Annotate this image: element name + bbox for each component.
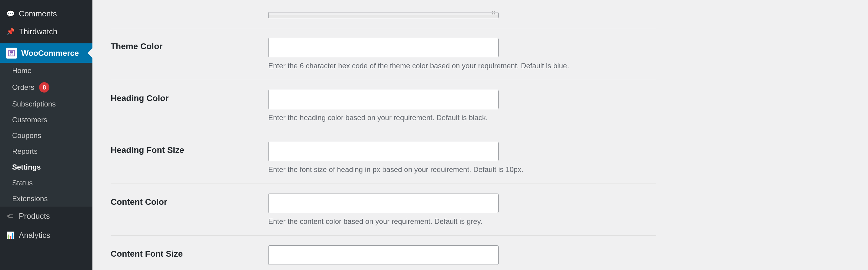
customers-label: Customers	[12, 116, 47, 124]
sidebar-item-home[interactable]: Home	[0, 63, 92, 79]
sidebar-item-status[interactable]: Status	[0, 175, 92, 191]
analytics-label: Analytics	[19, 231, 50, 240]
home-label: Home	[12, 66, 32, 75]
sidebar-top-section: 💬 Comments 📌 Thirdwatch	[0, 0, 92, 43]
heading-font-size-description: Enter the font size of heading in px bas…	[268, 165, 656, 174]
sidebar-item-coupons[interactable]: Coupons	[0, 128, 92, 144]
form-row-content-font-size: Content Font Size Enter the font size of…	[111, 236, 656, 270]
heading-font-size-input[interactable]	[268, 142, 499, 161]
theme-color-input-col: Enter the 6 character hex code of the th…	[268, 38, 656, 70]
products-icon: 🏷	[6, 212, 14, 220]
form-row-theme-color: Theme Color Enter the 6 character hex co…	[111, 28, 656, 80]
content-color-label: Content Color	[111, 197, 167, 207]
theme-color-description: Enter the 6 character hex code of the th…	[268, 62, 656, 70]
theme-color-label: Theme Color	[111, 41, 162, 51]
top-partial-row: ⠿	[111, 6, 656, 28]
content-font-size-label: Content Font Size	[111, 249, 183, 259]
woocommerce-label: WooCommerce	[21, 49, 79, 58]
orders-badge: 8	[39, 82, 50, 92]
content-font-size-input[interactable]	[268, 245, 499, 265]
sidebar: 💬 Comments 📌 Thirdwatch WooCommerce Home…	[0, 0, 92, 270]
main-content: ⠿ Theme Color Enter the 6 character hex …	[92, 0, 868, 270]
sidebar-item-customers[interactable]: Customers	[0, 112, 92, 128]
settings-label: Settings	[12, 163, 41, 171]
top-input-wrapper: ⠿	[268, 12, 499, 18]
content-color-input-col: Enter the content color based on your re…	[268, 193, 656, 226]
heading-color-description: Enter the heading color based on your re…	[268, 114, 656, 122]
reports-label: Reports	[12, 147, 38, 156]
subscriptions-label: Subscriptions	[12, 100, 56, 108]
form-row-heading-color: Heading Color Enter the heading color ba…	[111, 80, 656, 132]
sidebar-item-orders[interactable]: Orders 8	[0, 79, 92, 96]
heading-font-size-input-col: Enter the font size of heading in px bas…	[268, 142, 656, 174]
status-label: Status	[12, 179, 33, 187]
content-font-size-label-col: Content Font Size	[111, 245, 268, 259]
woocommerce-icon	[6, 48, 17, 59]
coupons-label: Coupons	[12, 131, 41, 140]
woocommerce-arrow	[88, 48, 92, 58]
sidebar-item-products[interactable]: 🏷 Products	[0, 207, 92, 226]
form-row-heading-font-size: Heading Font Size Enter the font size of…	[111, 132, 656, 184]
orders-label: Orders	[12, 83, 34, 92]
products-label: Products	[19, 211, 50, 221]
comments-icon: 💬	[6, 10, 14, 18]
thirdwatch-icon: 📌	[6, 28, 14, 36]
sidebar-item-thirdwatch[interactable]: 📌 Thirdwatch	[0, 23, 92, 41]
analytics-icon: 📊	[6, 231, 14, 240]
extensions-label: Extensions	[12, 194, 48, 203]
heading-color-input[interactable]	[268, 90, 499, 109]
sidebar-item-analytics[interactable]: 📊 Analytics	[0, 226, 92, 245]
sidebar-item-settings[interactable]: Settings	[0, 159, 92, 175]
woocommerce-submenu: Home Orders 8 Subscriptions Customers Co…	[0, 63, 92, 207]
form-row-content-color: Content Color Enter the content color ba…	[111, 184, 656, 236]
content-color-input[interactable]	[268, 193, 499, 213]
sidebar-item-subscriptions[interactable]: Subscriptions	[0, 96, 92, 112]
theme-color-input[interactable]	[268, 38, 499, 57]
content-color-description: Enter the content color based on your re…	[268, 217, 656, 226]
heading-color-label: Heading Color	[111, 93, 168, 103]
settings-form: ⠿ Theme Color Enter the 6 character hex …	[111, 0, 656, 270]
sidebar-item-reports[interactable]: Reports	[0, 144, 92, 159]
content-font-size-input-col: Enter the font size of content in px bas…	[268, 245, 656, 270]
sidebar-item-comments-label: Comments	[19, 9, 57, 19]
sidebar-item-thirdwatch-label: Thirdwatch	[19, 27, 57, 36]
content-color-label-col: Content Color	[111, 193, 268, 207]
heading-font-size-label-col: Heading Font Size	[111, 142, 268, 155]
sidebar-item-comments[interactable]: 💬 Comments	[0, 5, 92, 23]
heading-font-size-label: Heading Font Size	[111, 145, 184, 155]
heading-color-input-col: Enter the heading color based on your re…	[268, 90, 656, 122]
heading-color-label-col: Heading Color	[111, 90, 268, 103]
sidebar-item-woocommerce[interactable]: WooCommerce	[0, 43, 92, 63]
sidebar-item-extensions[interactable]: Extensions	[0, 191, 92, 207]
theme-color-label-col: Theme Color	[111, 38, 268, 51]
